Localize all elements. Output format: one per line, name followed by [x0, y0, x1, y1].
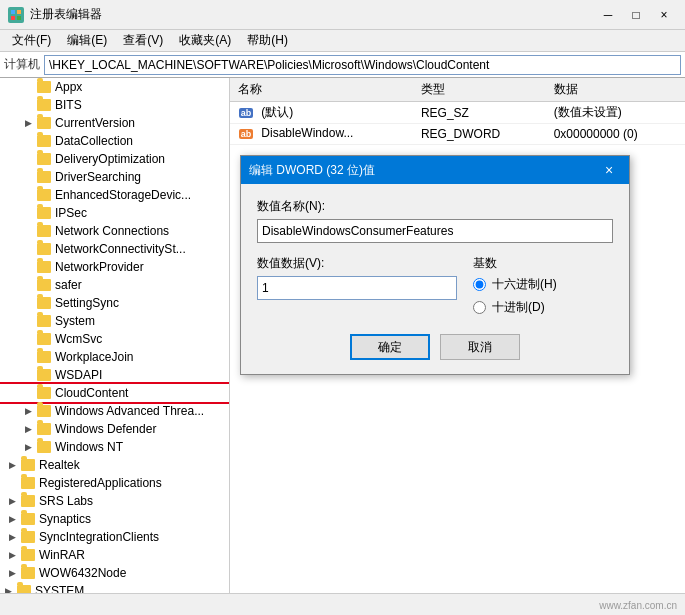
tree-label: BITS — [55, 98, 82, 112]
tree-label: SettingSync — [55, 296, 119, 310]
tree-item-wow6432node[interactable]: ▶ WOW6432Node — [0, 564, 229, 582]
name-field-input[interactable] — [257, 219, 613, 243]
base-radio-group: 十六进制(H) 十进制(D) — [473, 276, 613, 316]
tree-label: SYSTEM — [35, 584, 84, 593]
tree-label: WSDAPI — [55, 368, 102, 382]
menu-edit[interactable]: 编辑(E) — [59, 30, 115, 51]
tree-item-workplacejoin[interactable]: WorkplaceJoin — [0, 348, 229, 366]
tree-arrow — [20, 205, 36, 221]
tree-arrow — [20, 79, 36, 95]
reg-data-cell: 0x00000000 (0) — [546, 124, 685, 145]
tree-item-settingsync[interactable]: SettingSync — [0, 294, 229, 312]
dialog-close-button[interactable]: × — [597, 159, 621, 181]
tree-item-enhancedstorage[interactable]: EnhancedStorageDevic... — [0, 186, 229, 204]
tree-label: CurrentVersion — [55, 116, 135, 130]
col-header-type: 类型 — [413, 78, 546, 102]
svg-rect-0 — [11, 10, 15, 14]
folder-icon — [36, 151, 52, 167]
maximize-button[interactable]: □ — [623, 5, 649, 25]
tree-label: Network Connections — [55, 224, 169, 238]
ok-button[interactable]: 确定 — [350, 334, 430, 360]
folder-icon — [36, 97, 52, 113]
status-bar — [0, 593, 685, 615]
tree-arrow — [4, 475, 20, 491]
dialog-body: 数值名称(N): 数值数据(V): 基数 十六进制(H) — [241, 184, 629, 374]
tree-label: WinRAR — [39, 548, 85, 562]
window-title: 注册表编辑器 — [30, 6, 595, 23]
tree-item-driversearching[interactable]: DriverSearching — [0, 168, 229, 186]
tree-arrow-expand: ▶ — [4, 493, 20, 509]
radio-hex-label[interactable]: 十六进制(H) — [473, 276, 613, 293]
address-prefix: 计算机 — [4, 56, 40, 73]
reg-type-cell: REG_DWORD — [413, 124, 546, 145]
tree-arrow — [20, 169, 36, 185]
tree-item-safer[interactable]: safer — [0, 276, 229, 294]
watermark: www.zfan.com.cn — [599, 600, 677, 611]
address-input[interactable] — [44, 55, 681, 75]
minimize-button[interactable]: ─ — [595, 5, 621, 25]
tree-item-datacollection[interactable]: DataCollection — [0, 132, 229, 150]
tree-item-cloudcontent[interactable]: CloudContent — [0, 384, 229, 402]
tree-item-system-root[interactable]: ▶ SYSTEM — [0, 582, 229, 593]
folder-icon — [36, 205, 52, 221]
tree-item-deliveryoptimization[interactable]: DeliveryOptimization — [0, 150, 229, 168]
menu-view[interactable]: 查看(V) — [115, 30, 171, 51]
tree-item-windowsnt[interactable]: ▶ Windows NT — [0, 438, 229, 456]
folder-icon — [36, 331, 52, 347]
folder-icon — [36, 115, 52, 131]
app-icon — [8, 7, 24, 23]
tree-item-ipsec[interactable]: IPSec — [0, 204, 229, 222]
tree-item-bits[interactable]: BITS — [0, 96, 229, 114]
close-button[interactable]: × — [651, 5, 677, 25]
tree-item-windowsadvancedthrea[interactable]: ▶ Windows Advanced Threa... — [0, 402, 229, 420]
tree-arrow-expand: ▶ — [20, 403, 36, 419]
table-row[interactable]: ab (默认) REG_SZ (数值未设置) — [230, 102, 685, 124]
tree-item-currentversion[interactable]: ▶ CurrentVersion — [0, 114, 229, 132]
folder-icon — [20, 529, 36, 545]
tree-item-system[interactable]: System — [0, 312, 229, 330]
tree-arrow — [20, 223, 36, 239]
col-header-data: 数据 — [546, 78, 685, 102]
menu-file[interactable]: 文件(F) — [4, 30, 59, 51]
tree-item-realtek[interactable]: ▶ Realtek — [0, 456, 229, 474]
radio-dec-label[interactable]: 十进制(D) — [473, 299, 613, 316]
tree-item-windowsdefender[interactable]: ▶ Windows Defender — [0, 420, 229, 438]
radio-dec[interactable] — [473, 301, 486, 314]
tree-arrow — [20, 133, 36, 149]
tree-label: DriverSearching — [55, 170, 141, 184]
tree-item-wsdapi[interactable]: WSDAPI — [0, 366, 229, 384]
menu-help[interactable]: 帮助(H) — [239, 30, 296, 51]
tree-label: NetworkProvider — [55, 260, 144, 274]
tree-arrow-expand: ▶ — [20, 421, 36, 437]
tree-arrow — [20, 313, 36, 329]
tree-label: EnhancedStorageDevic... — [55, 188, 191, 202]
folder-icon — [20, 511, 36, 527]
folder-icon — [36, 259, 52, 275]
tree-arrow — [20, 295, 36, 311]
tree-arrow-expand: ▶ — [4, 565, 20, 581]
reg-name-cell: ab DisableWindow... — [230, 124, 413, 145]
folder-icon — [36, 367, 52, 383]
tree-item-networkconnections[interactable]: Network Connections — [0, 222, 229, 240]
data-value-input[interactable] — [257, 276, 457, 300]
tree-item-srslabs[interactable]: ▶ SRS Labs — [0, 492, 229, 510]
tree-item-winrar[interactable]: ▶ WinRAR — [0, 546, 229, 564]
table-row[interactable]: ab DisableWindow... REG_DWORD 0x00000000… — [230, 124, 685, 145]
folder-icon — [36, 313, 52, 329]
tree-arrow — [20, 385, 36, 401]
radio-hex[interactable] — [473, 278, 486, 291]
tree-item-networkconnectivityst[interactable]: NetworkConnectivitySt... — [0, 240, 229, 258]
reg-name: DisableWindow... — [261, 126, 353, 140]
tree-item-appx[interactable]: Appx — [0, 78, 229, 96]
tree-item-synaptics[interactable]: ▶ Synaptics — [0, 510, 229, 528]
folder-icon — [36, 295, 52, 311]
tree-panel[interactable]: Appx BITS ▶ CurrentVersion DataCollectio… — [0, 78, 230, 593]
tree-item-registeredapplications[interactable]: RegisteredApplications — [0, 474, 229, 492]
tree-item-wcmsvc[interactable]: WcmSvc — [0, 330, 229, 348]
menu-favorites[interactable]: 收藏夹(A) — [171, 30, 239, 51]
tree-item-syncintegrationclients[interactable]: ▶ SyncIntegrationClients — [0, 528, 229, 546]
cancel-button[interactable]: 取消 — [440, 334, 520, 360]
reg-dword-icon: ab — [238, 126, 254, 142]
tree-item-networkprovider[interactable]: NetworkProvider — [0, 258, 229, 276]
tree-label: DataCollection — [55, 134, 133, 148]
